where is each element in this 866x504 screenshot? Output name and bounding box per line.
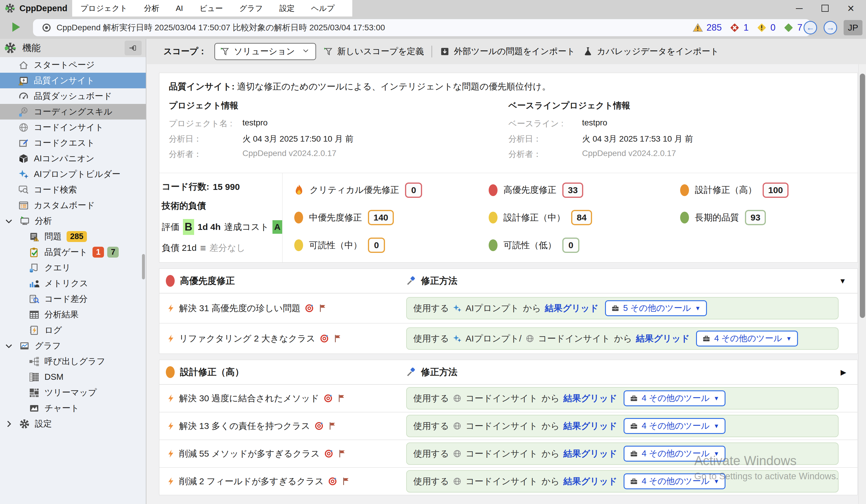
sidebar-title: 機能: [22, 42, 41, 54]
sidebar-item-dsm[interactable]: DSM: [0, 369, 146, 385]
warning-count[interactable]: 285: [707, 22, 722, 33]
forward-arrow-icon[interactable]: →: [824, 21, 837, 34]
menu-ai[interactable]: AI: [176, 4, 183, 13]
action-link[interactable]: 削減 2 フィールドが多すぎるクラス: [159, 475, 406, 488]
other-tools-dropdown[interactable]: 4 その他のツール ▼: [624, 473, 725, 489]
action-link[interactable]: 解決 31 高優先度の珍しい問題: [159, 302, 406, 314]
sidebar-item-analysis-results[interactable]: 分析結果: [0, 307, 146, 322]
menu-project[interactable]: プロジェクト: [80, 3, 127, 13]
badge-readability-medium[interactable]: 可読性（中） 0: [294, 238, 489, 253]
scope-toolbar: スコープ： ソリューション 新しいスコープを定義: [147, 39, 866, 64]
language-button[interactable]: JP: [844, 20, 863, 35]
sidebar-item-label: メトリクス: [44, 278, 88, 289]
collapse-arrow-icon[interactable]: ▼: [839, 277, 857, 285]
project-info-grid: プロジェクト情報 プロジェクト名 :testpro 分析日：火 04 3月 20…: [159, 94, 857, 173]
section-header[interactable]: 高優先度修正 修正方法 ▼: [159, 269, 857, 293]
result-grid-link[interactable]: 結果グリッド: [545, 302, 599, 314]
other-tools-dropdown[interactable]: 4 その他のツール ▼: [624, 390, 725, 406]
menu-help[interactable]: ヘルプ: [311, 3, 335, 13]
action-link[interactable]: 解決 30 過度に結合されたメソッド: [159, 392, 406, 404]
other-tools-dropdown[interactable]: 4 その他のツール ▼: [696, 331, 798, 347]
sidebar-item-ai-prompt-builder[interactable]: AIプロンプトビルダー: [0, 166, 146, 182]
ok-count[interactable]: 7: [797, 22, 802, 33]
sidebar-item-log[interactable]: ログ: [0, 322, 146, 338]
import-coverage-button[interactable]: カバレッジデータをインポート: [583, 46, 719, 57]
ok-diamond-icon[interactable]: [783, 22, 794, 33]
run-analysis-button[interactable]: [12, 22, 20, 32]
other-tools-dropdown[interactable]: 5 その他のツール ▼: [605, 300, 707, 316]
flag-icon: [341, 477, 350, 486]
divider: [432, 46, 432, 57]
sidebar-item-code-diff[interactable]: コード差分: [0, 291, 146, 307]
scope-label: スコープ：: [164, 46, 207, 57]
action-link[interactable]: 削減 55 メソッドが多すぎるクラス: [159, 448, 406, 460]
badge-critical-fix[interactable]: クリティカル優先修正 0: [294, 182, 489, 198]
sidebar-item-label: 問題: [44, 231, 62, 243]
sidebar-item-custom-board[interactable]: カスタムボード: [0, 198, 146, 213]
badge-high-priority-fix[interactable]: 高優先度修正 33: [489, 182, 680, 198]
menu-analysis[interactable]: 分析: [144, 3, 159, 13]
sidebar-item-quality-insight[interactable]: 品質インサイト: [0, 73, 146, 88]
minimize-button[interactable]: ─: [796, 3, 803, 13]
result-grid-link[interactable]: 結果グリッド: [636, 333, 690, 345]
critical-diamond-icon[interactable]: [729, 22, 740, 33]
sidebar-group-settings[interactable]: 設定: [0, 416, 146, 432]
sidebar-item-label: DSM: [44, 372, 63, 382]
cost-label: 達成コスト: [224, 221, 269, 233]
other-tools-dropdown[interactable]: 4 その他のツール ▼: [624, 418, 725, 434]
chart-image-icon: [29, 403, 40, 414]
sidebar-item-code-quest[interactable]: コードクエスト: [0, 135, 146, 151]
target-icon: [319, 334, 329, 344]
import-issues-button[interactable]: 外部ツールの問題をインポート: [440, 46, 575, 57]
sidebar-item-code-insight[interactable]: コードインサイト: [0, 120, 146, 135]
warning-triangle-icon[interactable]: [692, 22, 703, 33]
sidebar-scrollbar-thumb[interactable]: [142, 254, 145, 279]
main-scrollbar[interactable]: [858, 64, 866, 504]
sidebar-item-start-page[interactable]: スタートページ: [0, 57, 146, 73]
maximize-button[interactable]: [822, 5, 829, 12]
red-dot-icon: [166, 275, 175, 287]
badge-design-fix-high[interactable]: 設計修正（高） 100: [680, 182, 852, 198]
back-arrow-icon[interactable]: ←: [803, 21, 817, 34]
result-grid-link[interactable]: 結果グリッド: [564, 420, 618, 432]
badge-medium-priority-fix[interactable]: 中優先度修正 140: [294, 210, 489, 225]
sidebar-item-treemap[interactable]: ツリーマップ: [0, 385, 146, 400]
collapse-arrow-icon[interactable]: ▶: [841, 368, 857, 377]
sidebar-item-chart[interactable]: チャート: [0, 400, 146, 416]
issues-doc-icon: [29, 232, 40, 242]
fix-method-header: 修正方法: [421, 366, 457, 378]
main-scrollbar-thumb[interactable]: [860, 74, 865, 318]
menu-view[interactable]: ビュー: [199, 3, 223, 13]
sidebar-group-analysis[interactable]: 分析: [0, 213, 146, 229]
baseline-name-label: ベースライン :: [508, 118, 582, 129]
result-grid-link[interactable]: 結果グリッド: [564, 392, 618, 404]
menu-settings[interactable]: 設定: [279, 3, 295, 13]
sidebar-item-coding-skill[interactable]: コーディングスキル: [0, 104, 146, 120]
sidebar-item-metrics[interactable]: メトリクス: [0, 276, 146, 291]
critical-count[interactable]: 1: [743, 22, 748, 33]
other-tools-dropdown[interactable]: 4 その他のツール ▼: [624, 446, 725, 462]
alert-diamond-icon[interactable]: [756, 22, 767, 33]
section-header[interactable]: 設計修正（高） 修正方法 ▶: [159, 360, 857, 385]
badge-design-fix-medium[interactable]: 設計修正（中） 84: [489, 210, 680, 225]
sidebar-item-quality-gates[interactable]: 品質ゲート 1 7: [0, 244, 146, 260]
action-link[interactable]: 解決 13 多くの責任を持つクラス: [159, 420, 406, 432]
sidebar-group-graph[interactable]: グラフ: [0, 338, 146, 354]
alert-count[interactable]: 0: [770, 22, 776, 33]
close-button[interactable]: ×: [847, 2, 854, 14]
scope-select[interactable]: ソリューション: [214, 43, 316, 60]
action-link[interactable]: リファクタリング 2 大きなクラス: [159, 333, 406, 345]
menu-graph[interactable]: グラフ: [239, 3, 263, 13]
sidebar-item-call-graph[interactable]: 呼び出しグラフ: [0, 354, 146, 369]
badge-long-term-quality[interactable]: 長期的品質 93: [680, 210, 852, 225]
sidebar-item-ai-companion[interactable]: AIコンパニオン: [0, 151, 146, 166]
sidebar-item-code-search[interactable]: コード検索: [0, 182, 146, 198]
badge-readability-low[interactable]: 可読性（低） 0: [489, 238, 680, 253]
result-grid-link[interactable]: 結果グリッド: [564, 475, 618, 488]
result-grid-link[interactable]: 結果グリッド: [564, 448, 618, 460]
pin-button[interactable]: [125, 41, 142, 55]
define-scope-button[interactable]: 新しいスコープを定義: [324, 46, 424, 57]
sidebar-item-queries[interactable]: クエリ: [0, 260, 146, 276]
sidebar-item-quality-dashboard[interactable]: 品質ダッシュボード: [0, 88, 146, 104]
sidebar-item-issues[interactable]: 問題 285: [0, 229, 146, 244]
